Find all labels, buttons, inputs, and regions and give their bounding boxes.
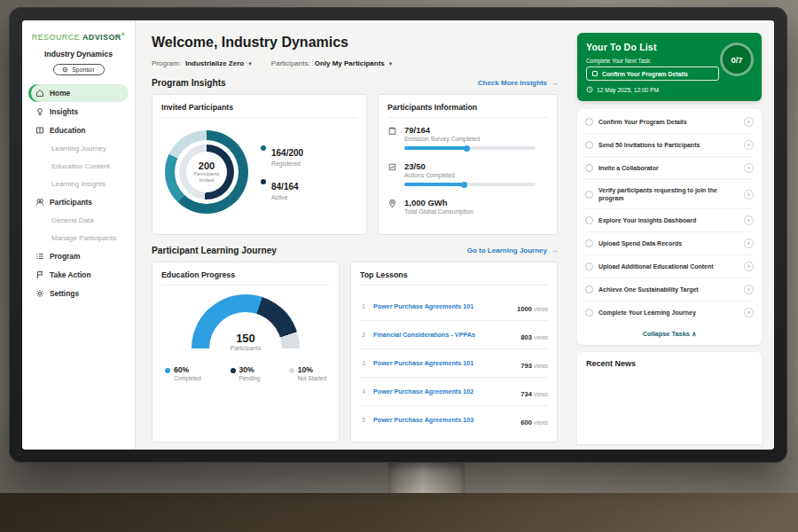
collapse-tasks-button[interactable]: Collapse Tasks ∧ [585, 324, 754, 341]
chevron-down-icon[interactable]: ▾ [389, 60, 393, 67]
chevron-right-icon[interactable]: › [744, 163, 754, 173]
sidebar-item-settings[interactable]: Settings [28, 285, 129, 302]
sidebar-item-learning-journey[interactable]: Learning Journey [28, 140, 129, 157]
section-title: Participant Learning Journey [152, 246, 277, 255]
sponsor-label: Sponsor [72, 66, 94, 73]
sponsor-badge[interactable]: Sponsor [53, 64, 105, 75]
views-word: views [534, 391, 548, 397]
chevron-right-icon[interactable]: › [744, 117, 754, 127]
stat-label: Total Global Consumption [404, 208, 473, 215]
sidebar-nav: Home Insights Education Learning Journey [28, 84, 129, 303]
legend-item-active: 84/164 Active [261, 177, 303, 200]
participants-filter: Participants: Only My Participants ▾ [271, 59, 393, 67]
location-pin-icon [387, 199, 397, 208]
main-content: Welcome, Industry Dynamics Program: Indu… [136, 20, 568, 450]
lesson-link[interactable]: Power Purchase Agreements 103 [373, 416, 514, 424]
checkbox-icon[interactable] [585, 239, 593, 247]
lesson-views: 600 [520, 419, 532, 426]
program-filter-value[interactable]: Industrialize Zero [185, 59, 244, 67]
participants-filter-label: Participants: [271, 59, 310, 67]
sidebar-item-take-action[interactable]: Take Action [28, 266, 129, 284]
task-row-confirm-program[interactable]: Confirm Your Program Details › [585, 111, 754, 134]
task-row-invite-collaborator[interactable]: Invite a Collaborator › [585, 157, 754, 180]
lesson-link[interactable]: Power Purchase Agreements 101 [373, 302, 511, 310]
caret-up-icon: ∧ [692, 330, 696, 338]
participants-filter-value[interactable]: Only My Participants [315, 59, 385, 67]
legend-label: Active [271, 194, 299, 200]
sidebar-item-participants[interactable]: Participants [28, 193, 129, 211]
legend-dot-teal [261, 145, 266, 151]
card-title: Education Progress [161, 270, 330, 286]
sidebar: RESOURCE ADVISOR+ Industry Dynamics Spon… [22, 20, 136, 450]
check-more-insights-link[interactable]: Check More Insights → [478, 79, 558, 87]
checkbox-icon[interactable] [592, 71, 598, 76]
task-row-upload-educational-content[interactable]: Upload Additional Educational Content › [585, 255, 754, 278]
sidebar-item-general-data[interactable]: General Data [28, 212, 129, 229]
task-row-achieve-target[interactable]: Achieve One Sustainability Target › [585, 278, 754, 301]
sidebar-item-program[interactable]: Program [28, 247, 129, 265]
invited-donut-chart: 200 Participants Invited [165, 130, 248, 214]
checkbox-icon[interactable] [585, 286, 593, 293]
checkbox-icon[interactable] [585, 216, 593, 224]
chevron-right-icon[interactable]: › [744, 215, 754, 225]
sidebar-item-learning-insights[interactable]: Learning Insights [28, 176, 129, 192]
checkbox-icon[interactable] [585, 118, 593, 126]
stat-value: 23/50 [404, 161, 536, 171]
gauge-center: 150 Participants [192, 332, 300, 351]
top-lessons-card: Top Lessons 1 Power Purchase Agreements … [350, 262, 558, 442]
dashboard-screen: RESOURCE ADVISOR+ Industry Dynamics Spon… [22, 20, 774, 450]
next-task-box[interactable]: Confirm Your Program Details [586, 66, 719, 81]
app-logo: RESOURCE ADVISOR+ [28, 31, 129, 42]
participants-icon [35, 198, 44, 207]
task-row-send-invitations[interactable]: Send 50 Invitations to Participants › [585, 134, 754, 157]
sidebar-item-home[interactable]: Home [28, 84, 129, 102]
gauge-center-label: Participants [192, 345, 300, 351]
task-row-verify-participants[interactable]: Verify participants requesting to join t… [585, 180, 754, 209]
checkbox-icon[interactable] [585, 191, 593, 199]
chevron-right-icon[interactable]: › [744, 285, 754, 294]
lesson-views: 734 [520, 390, 532, 398]
go-to-learning-journey-link[interactable]: Go to Learning Journey → [467, 246, 558, 254]
home-icon [35, 89, 44, 98]
task-label: Send 50 Invitations to Participants [598, 141, 739, 149]
lesson-link[interactable]: Power Purchase Agreements 101 [373, 359, 514, 367]
chevron-right-icon[interactable]: › [744, 140, 754, 150]
chevron-down-icon[interactable]: ▾ [248, 60, 252, 67]
sidebar-item-label: Education Content [51, 162, 110, 170]
chevron-right-icon[interactable]: › [744, 239, 754, 248]
legend-item-registered: 164/200 Registered [261, 144, 303, 167]
sidebar-item-education-content[interactable]: Education Content [28, 158, 129, 175]
education-icon [35, 126, 44, 135]
sidebar-item-education[interactable]: Education [28, 121, 129, 139]
lesson-link[interactable]: Financial Considerations - VPPAs [373, 331, 514, 339]
lesson-row: 4 Power Purchase Agreements 102 734views [360, 378, 548, 406]
views-word: views [534, 334, 548, 340]
chevron-right-icon[interactable]: › [744, 262, 754, 271]
filters-row: Program: Industrialize Zero ▾ Participan… [152, 59, 558, 67]
chevron-right-icon[interactable]: › [744, 190, 754, 200]
stat-label: Actions Completed [404, 172, 536, 178]
donut-center-value: 200 [199, 160, 215, 171]
lesson-rank: 1 [360, 303, 367, 309]
checkbox-icon[interactable] [585, 141, 593, 149]
legend-percent: 30% [239, 365, 254, 374]
legend-item-pending: 30% Pending [231, 365, 260, 381]
task-label: Upload Spend Data Records [598, 239, 739, 247]
chevron-right-icon[interactable]: › [744, 308, 754, 317]
todo-panel: Your To Do List 0/7 Complete Your Next T… [568, 20, 774, 450]
desk [0, 493, 798, 532]
stat-global-consumption: 1,000 GWh Total Global Consumption [387, 198, 548, 215]
task-row-upload-spend-data[interactable]: Upload Spend Data Records › [585, 232, 754, 255]
views-word: views [534, 363, 548, 369]
lesson-link[interactable]: Power Purchase Agreements 102 [373, 387, 514, 395]
checklist-icon [387, 162, 397, 172]
sidebar-item-manage-participants[interactable]: Manage Participants [28, 230, 129, 246]
checkbox-icon[interactable] [585, 164, 593, 172]
checkbox-icon[interactable] [585, 262, 593, 270]
checkbox-icon[interactable] [585, 309, 593, 317]
task-row-explore-insights[interactable]: Explore Your Insights Dashboard › [585, 209, 754, 232]
sidebar-item-insights[interactable]: Insights [28, 103, 129, 121]
sidebar-item-label: Manage Participants [51, 234, 116, 242]
task-row-complete-learning-journey[interactable]: Complete Your Learning Journey › [585, 301, 754, 324]
lesson-row: 1 Power Purchase Agreements 101 1000view… [360, 293, 548, 321]
